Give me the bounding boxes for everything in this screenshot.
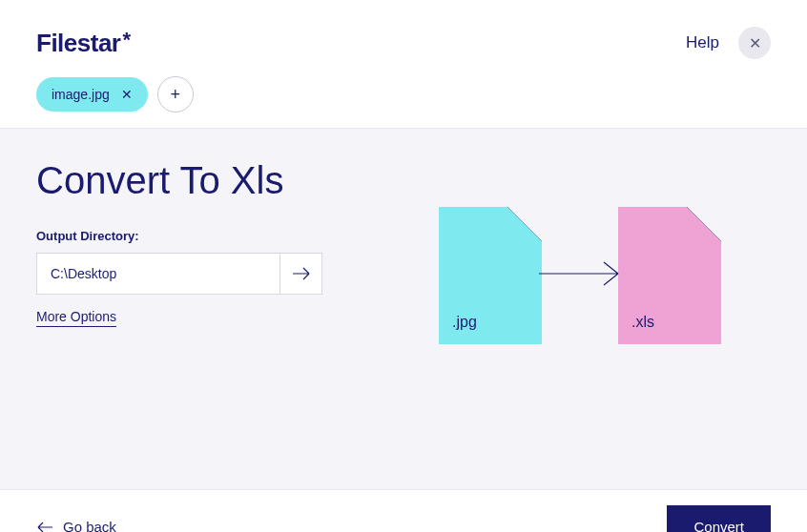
file-chip-label: image.jpg bbox=[52, 87, 110, 102]
close-button[interactable]: ✕ bbox=[738, 27, 771, 59]
output-directory-input[interactable] bbox=[37, 254, 279, 294]
header-top: Filestar * Help ✕ bbox=[36, 27, 771, 59]
source-file-ext: .jpg bbox=[452, 314, 477, 331]
source-file-icon: .jpg bbox=[439, 207, 542, 344]
header: Filestar * Help ✕ image.jpg ✕ + bbox=[0, 0, 807, 129]
main-content: Convert To Xls Output Directory: More Op… bbox=[0, 129, 807, 489]
go-back-button[interactable]: Go back bbox=[36, 519, 116, 532]
page-title: Convert To Xls bbox=[36, 159, 771, 202]
output-directory-label: Output Directory: bbox=[36, 229, 322, 243]
target-file-ext: .xls bbox=[631, 314, 654, 331]
go-back-label: Go back bbox=[63, 519, 116, 532]
logo-star-icon: * bbox=[123, 28, 131, 52]
footer: Go back Convert bbox=[0, 489, 807, 532]
file-chips-row: image.jpg ✕ + bbox=[36, 76, 771, 113]
help-link[interactable]: Help bbox=[686, 33, 719, 52]
close-icon: ✕ bbox=[749, 34, 761, 52]
more-options-link[interactable]: More Options bbox=[36, 309, 116, 327]
target-file-icon: .xls bbox=[618, 207, 721, 344]
arrow-right-icon bbox=[292, 267, 311, 280]
conversion-visual: .jpg .xls bbox=[439, 207, 721, 344]
browse-directory-button[interactable] bbox=[279, 254, 321, 294]
file-fold-icon bbox=[687, 207, 721, 241]
header-right: Help ✕ bbox=[686, 27, 771, 59]
convert-button[interactable]: Convert bbox=[667, 505, 771, 532]
add-file-button[interactable]: + bbox=[157, 76, 194, 113]
output-directory-group bbox=[36, 253, 322, 295]
arrow-left-icon bbox=[36, 522, 53, 533]
file-fold-icon bbox=[507, 207, 542, 241]
file-chip-close-icon[interactable]: ✕ bbox=[121, 87, 133, 102]
form-section: Output Directory: More Options bbox=[36, 229, 322, 327]
file-chip[interactable]: image.jpg ✕ bbox=[36, 77, 148, 112]
app-logo: Filestar * bbox=[36, 29, 131, 58]
arrow-right-icon bbox=[537, 259, 623, 288]
conversion-arrow bbox=[537, 259, 623, 292]
plus-icon: + bbox=[170, 85, 180, 105]
logo-text: Filestar bbox=[36, 29, 121, 58]
